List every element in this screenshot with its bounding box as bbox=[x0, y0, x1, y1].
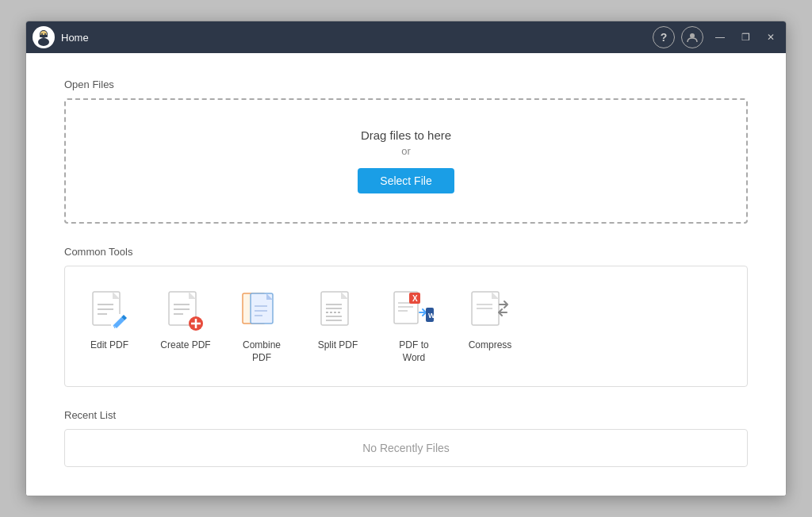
svg-text:W: W bbox=[428, 312, 435, 320]
main-window: Home ? — ❒ ✕ Open Files Drag files to he… bbox=[25, 21, 787, 496]
recent-list-section: Recent List No Recently Files bbox=[64, 409, 748, 467]
tool-edit-pdf[interactable]: Edit PDF bbox=[78, 282, 141, 370]
common-tools-label: Common Tools bbox=[64, 246, 748, 258]
svg-point-1 bbox=[38, 38, 49, 46]
tool-compress[interactable]: Compress bbox=[458, 282, 522, 370]
recent-empty-text: No Recently Files bbox=[362, 442, 450, 454]
drop-zone[interactable]: Drag files to here or Select File bbox=[64, 98, 748, 224]
maximize-button[interactable]: ❒ bbox=[737, 29, 754, 46]
minimize-button[interactable]: — bbox=[711, 29, 729, 46]
split-pdf-icon bbox=[317, 289, 358, 333]
app-logo bbox=[33, 26, 55, 48]
tools-grid: Edit PDF bbox=[78, 282, 734, 370]
help-button[interactable]: ? bbox=[653, 26, 675, 48]
tool-split-pdf-label: Split PDF bbox=[318, 339, 358, 352]
edit-pdf-icon bbox=[89, 289, 130, 333]
svg-point-6 bbox=[690, 33, 695, 38]
tool-create-pdf[interactable]: Create PDF bbox=[154, 282, 217, 370]
tool-pdf-to-word[interactable]: X W PDF toWord bbox=[382, 282, 446, 370]
tool-combine-pdf-label: Combine PDF bbox=[233, 339, 290, 364]
tool-compress-label: Compress bbox=[469, 339, 512, 352]
select-file-button[interactable]: Select File bbox=[358, 168, 454, 193]
titlebar-actions: ? — ❒ ✕ bbox=[653, 26, 779, 48]
common-tools-section: Common Tools bbox=[64, 246, 748, 387]
titlebar: Home ? — ❒ ✕ bbox=[26, 21, 786, 53]
svg-rect-3 bbox=[40, 35, 48, 37]
compress-icon bbox=[469, 289, 511, 333]
tool-create-pdf-label: Create PDF bbox=[160, 339, 210, 352]
open-files-section: Open Files Drag files to here or Select … bbox=[64, 79, 748, 224]
tools-box: Edit PDF bbox=[64, 266, 748, 387]
create-pdf-icon bbox=[165, 289, 206, 333]
tool-combine-pdf[interactable]: Combine PDF bbox=[230, 282, 293, 370]
tool-edit-pdf-label: Edit PDF bbox=[90, 339, 128, 352]
close-button[interactable]: ✕ bbox=[762, 29, 779, 46]
tool-pdf-to-word-label: PDF toWord bbox=[399, 339, 428, 364]
main-content: Open Files Drag files to here or Select … bbox=[26, 53, 786, 496]
or-text: or bbox=[82, 145, 730, 157]
open-files-label: Open Files bbox=[64, 79, 748, 90]
recent-list-label: Recent List bbox=[64, 409, 748, 421]
combine-pdf-icon bbox=[241, 289, 282, 333]
titlebar-title: Home bbox=[61, 32, 89, 44]
svg-point-5 bbox=[44, 33, 46, 35]
pdf-to-word-icon: X W bbox=[393, 289, 435, 333]
recent-list-box: No Recently Files bbox=[64, 429, 748, 467]
account-button[interactable] bbox=[681, 26, 703, 48]
tool-split-pdf[interactable]: Split PDF bbox=[306, 282, 370, 370]
titlebar-left: Home bbox=[33, 26, 89, 48]
drag-text: Drag files to here bbox=[82, 128, 730, 142]
svg-text:X: X bbox=[412, 294, 418, 303]
svg-point-4 bbox=[41, 33, 43, 35]
